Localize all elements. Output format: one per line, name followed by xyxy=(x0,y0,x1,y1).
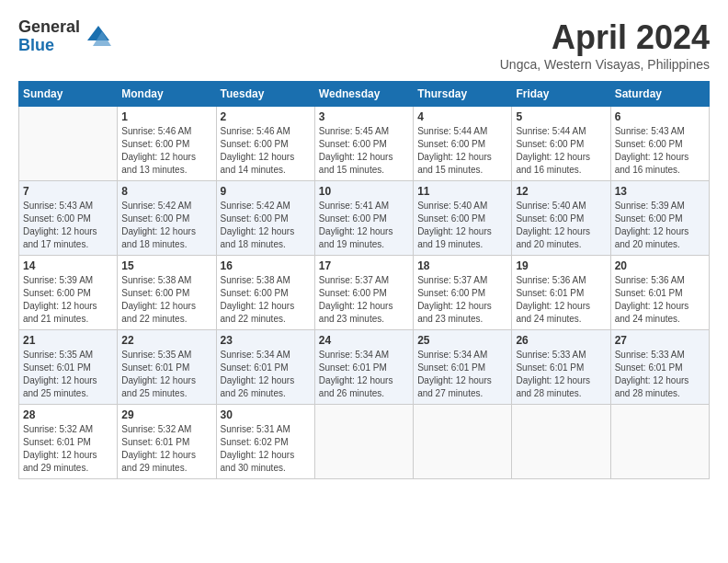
calendar-cell: 14Sunrise: 5:39 AM Sunset: 6:00 PM Dayli… xyxy=(19,256,118,330)
month-year-title: April 2024 xyxy=(500,18,710,57)
day-info: Sunrise: 5:40 AM Sunset: 6:00 PM Dayligh… xyxy=(516,200,606,251)
day-number: 24 xyxy=(319,334,409,347)
week-row-1: 1Sunrise: 5:46 AM Sunset: 6:00 PM Daylig… xyxy=(19,107,710,181)
calendar-cell: 16Sunrise: 5:38 AM Sunset: 6:00 PM Dayli… xyxy=(216,256,314,330)
day-info: Sunrise: 5:41 AM Sunset: 6:00 PM Dayligh… xyxy=(319,200,409,251)
logo-icon xyxy=(84,22,113,52)
day-info: Sunrise: 5:38 AM Sunset: 6:00 PM Dayligh… xyxy=(121,274,211,326)
header-saturday: Saturday xyxy=(610,82,709,107)
day-number: 12 xyxy=(516,185,606,198)
week-row-3: 14Sunrise: 5:39 AM Sunset: 6:00 PM Dayli… xyxy=(19,256,710,330)
day-number: 28 xyxy=(23,408,113,421)
calendar-cell: 15Sunrise: 5:38 AM Sunset: 6:00 PM Dayli… xyxy=(118,256,216,330)
day-number: 4 xyxy=(417,110,507,123)
day-number: 14 xyxy=(23,259,113,272)
day-info: Sunrise: 5:39 AM Sunset: 6:00 PM Dayligh… xyxy=(23,274,113,326)
day-info: Sunrise: 5:42 AM Sunset: 6:00 PM Dayligh… xyxy=(221,200,311,251)
header-tuesday: Tuesday xyxy=(216,82,314,107)
header-thursday: Thursday xyxy=(414,82,512,107)
day-number: 19 xyxy=(516,259,606,272)
calendar-cell xyxy=(512,405,610,479)
calendar-cell xyxy=(19,107,118,181)
day-number: 8 xyxy=(121,185,211,198)
day-number: 13 xyxy=(615,185,705,198)
day-number: 17 xyxy=(319,259,409,272)
day-number: 9 xyxy=(221,185,311,198)
day-number: 15 xyxy=(121,259,211,272)
calendar-cell: 8Sunrise: 5:42 AM Sunset: 6:00 PM Daylig… xyxy=(118,181,216,256)
day-info: Sunrise: 5:37 AM Sunset: 6:00 PM Dayligh… xyxy=(319,274,409,326)
day-info: Sunrise: 5:36 AM Sunset: 6:01 PM Dayligh… xyxy=(615,274,705,326)
day-info: Sunrise: 5:35 AM Sunset: 6:01 PM Dayligh… xyxy=(121,349,211,400)
calendar-table: SundayMondayTuesdayWednesdayThursdayFrid… xyxy=(18,81,710,479)
week-row-4: 21Sunrise: 5:35 AM Sunset: 6:01 PM Dayli… xyxy=(19,330,710,405)
calendar-cell: 27Sunrise: 5:33 AM Sunset: 6:01 PM Dayli… xyxy=(610,330,709,405)
header-friday: Friday xyxy=(512,82,610,107)
calendar-cell: 20Sunrise: 5:36 AM Sunset: 6:01 PM Dayli… xyxy=(610,256,709,330)
calendar-cell: 4Sunrise: 5:44 AM Sunset: 6:00 PM Daylig… xyxy=(414,107,512,181)
day-info: Sunrise: 5:46 AM Sunset: 6:00 PM Dayligh… xyxy=(221,125,311,177)
day-number: 18 xyxy=(417,259,507,272)
header-sunday: Sunday xyxy=(19,82,118,107)
day-info: Sunrise: 5:35 AM Sunset: 6:01 PM Dayligh… xyxy=(23,349,113,400)
day-info: Sunrise: 5:42 AM Sunset: 6:00 PM Dayligh… xyxy=(121,200,211,251)
day-number: 27 xyxy=(615,334,705,347)
day-number: 11 xyxy=(417,185,507,198)
logo-blue: Blue xyxy=(18,37,80,55)
calendar-cell: 24Sunrise: 5:34 AM Sunset: 6:01 PM Dayli… xyxy=(314,330,413,405)
calendar-cell xyxy=(314,405,413,479)
day-number: 21 xyxy=(23,334,113,347)
calendar-cell: 30Sunrise: 5:31 AM Sunset: 6:02 PM Dayli… xyxy=(216,405,314,479)
day-number: 30 xyxy=(221,408,311,421)
day-info: Sunrise: 5:46 AM Sunset: 6:00 PM Dayligh… xyxy=(121,125,211,177)
week-row-5: 28Sunrise: 5:32 AM Sunset: 6:01 PM Dayli… xyxy=(19,405,710,479)
day-number: 20 xyxy=(615,259,705,272)
calendar-cell: 19Sunrise: 5:36 AM Sunset: 6:01 PM Dayli… xyxy=(512,256,610,330)
day-number: 1 xyxy=(121,110,211,123)
day-info: Sunrise: 5:39 AM Sunset: 6:00 PM Dayligh… xyxy=(615,200,705,251)
day-number: 3 xyxy=(319,110,409,123)
day-info: Sunrise: 5:36 AM Sunset: 6:01 PM Dayligh… xyxy=(516,274,606,326)
day-number: 7 xyxy=(23,185,113,198)
calendar-cell: 3Sunrise: 5:45 AM Sunset: 6:00 PM Daylig… xyxy=(314,107,413,181)
day-info: Sunrise: 5:37 AM Sunset: 6:00 PM Dayligh… xyxy=(417,274,507,326)
day-info: Sunrise: 5:34 AM Sunset: 6:01 PM Dayligh… xyxy=(221,349,311,400)
header-wednesday: Wednesday xyxy=(314,82,413,107)
day-number: 26 xyxy=(516,334,606,347)
day-number: 29 xyxy=(121,408,211,421)
logo: General Blue xyxy=(18,18,113,55)
day-number: 16 xyxy=(221,259,311,272)
day-info: Sunrise: 5:44 AM Sunset: 6:00 PM Dayligh… xyxy=(516,125,606,177)
day-number: 25 xyxy=(417,334,507,347)
calendar-cell: 18Sunrise: 5:37 AM Sunset: 6:00 PM Dayli… xyxy=(414,256,512,330)
title-section: April 2024 Ungca, Western Visayas, Phili… xyxy=(500,18,710,72)
day-info: Sunrise: 5:34 AM Sunset: 6:01 PM Dayligh… xyxy=(319,349,409,400)
day-info: Sunrise: 5:38 AM Sunset: 6:00 PM Dayligh… xyxy=(221,274,311,326)
calendar-cell xyxy=(414,405,512,479)
day-number: 10 xyxy=(319,185,409,198)
calendar-cell: 10Sunrise: 5:41 AM Sunset: 6:00 PM Dayli… xyxy=(314,181,413,256)
calendar-cell: 23Sunrise: 5:34 AM Sunset: 6:01 PM Dayli… xyxy=(216,330,314,405)
calendar-cell: 12Sunrise: 5:40 AM Sunset: 6:00 PM Dayli… xyxy=(512,181,610,256)
day-info: Sunrise: 5:32 AM Sunset: 6:01 PM Dayligh… xyxy=(23,423,113,475)
calendar-cell: 6Sunrise: 5:43 AM Sunset: 6:00 PM Daylig… xyxy=(610,107,709,181)
calendar-cell: 9Sunrise: 5:42 AM Sunset: 6:00 PM Daylig… xyxy=(216,181,314,256)
calendar-cell: 1Sunrise: 5:46 AM Sunset: 6:00 PM Daylig… xyxy=(118,107,216,181)
calendar-cell: 28Sunrise: 5:32 AM Sunset: 6:01 PM Dayli… xyxy=(19,405,118,479)
day-number: 5 xyxy=(516,110,606,123)
location-subtitle: Ungca, Western Visayas, Philippines xyxy=(500,57,710,72)
calendar-cell: 5Sunrise: 5:44 AM Sunset: 6:00 PM Daylig… xyxy=(512,107,610,181)
day-info: Sunrise: 5:33 AM Sunset: 6:01 PM Dayligh… xyxy=(516,349,606,400)
calendar-cell: 13Sunrise: 5:39 AM Sunset: 6:00 PM Dayli… xyxy=(610,181,709,256)
day-info: Sunrise: 5:43 AM Sunset: 6:00 PM Dayligh… xyxy=(23,200,113,251)
day-info: Sunrise: 5:34 AM Sunset: 6:01 PM Dayligh… xyxy=(417,349,507,400)
calendar-cell: 22Sunrise: 5:35 AM Sunset: 6:01 PM Dayli… xyxy=(118,330,216,405)
logo-general: General xyxy=(18,18,80,37)
day-number: 2 xyxy=(221,110,311,123)
day-number: 6 xyxy=(615,110,705,123)
calendar-cell: 7Sunrise: 5:43 AM Sunset: 6:00 PM Daylig… xyxy=(19,181,118,256)
calendar-header-row: SundayMondayTuesdayWednesdayThursdayFrid… xyxy=(19,82,710,107)
day-info: Sunrise: 5:45 AM Sunset: 6:00 PM Dayligh… xyxy=(319,125,409,177)
calendar-cell: 29Sunrise: 5:32 AM Sunset: 6:01 PM Dayli… xyxy=(118,405,216,479)
day-info: Sunrise: 5:44 AM Sunset: 6:00 PM Dayligh… xyxy=(417,125,507,177)
